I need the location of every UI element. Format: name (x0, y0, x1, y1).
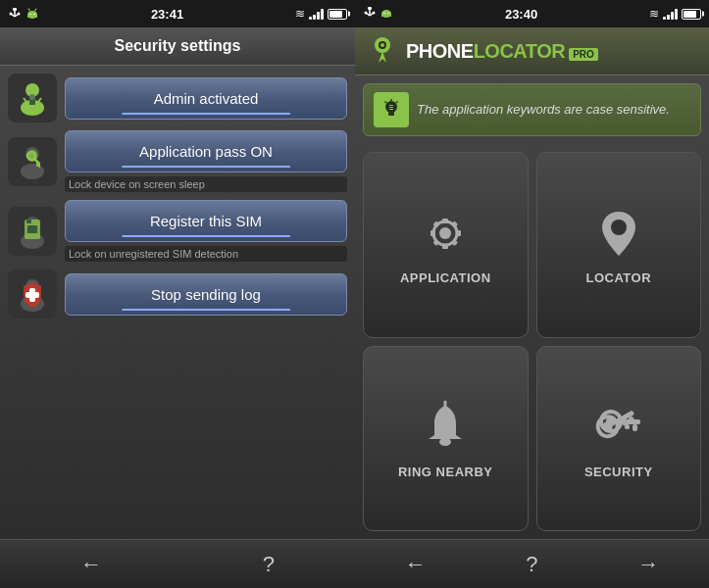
svg-point-5 (18, 13, 21, 16)
log-icon-svg (13, 274, 52, 314)
svg-rect-72 (633, 424, 637, 431)
svg-rect-33 (25, 292, 39, 298)
svg-rect-61 (456, 230, 461, 236)
svg-rect-53 (389, 105, 393, 106)
sim-sublabel: Lock on unregistered SIM detection (65, 246, 347, 262)
status-time-right: 23:40 (505, 7, 537, 22)
lightbulb-icon (380, 98, 403, 122)
svg-line-16 (24, 98, 26, 102)
admin-icon (8, 74, 57, 122)
page-title: Security settings (0, 27, 355, 66)
svg-point-39 (373, 12, 376, 15)
left-panel: 23:41 ≋ Security settings (0, 0, 355, 588)
admin-content: Admin activated (65, 77, 347, 120)
log-button[interactable]: Stop sending log (65, 273, 347, 316)
locator-icon (589, 204, 648, 263)
sim-card-icon (13, 212, 52, 251)
signal-bars-right (663, 8, 678, 20)
status-time-left: 23:41 (151, 7, 183, 22)
phone-text: PHONE (406, 40, 474, 63)
svg-point-38 (365, 12, 368, 15)
app-logo-icon (367, 35, 398, 67)
svg-point-43 (387, 13, 389, 15)
status-right-icons-left: ≋ (295, 7, 347, 21)
svg-line-50 (385, 102, 387, 104)
apppass-row: Application pass ON Lock device on scree… (8, 130, 347, 192)
bell-icon (421, 400, 470, 454)
usb-icon-right (363, 6, 377, 20)
svg-rect-60 (430, 230, 435, 236)
sim-button[interactable]: Register this SIM (65, 200, 347, 242)
status-icons-left (8, 7, 39, 21)
notice-icon (374, 92, 409, 127)
svg-rect-34 (368, 7, 372, 10)
log-content: Stop sending log (65, 273, 347, 316)
security-button[interactable]: SECURITY (536, 346, 702, 532)
svg-point-4 (10, 13, 13, 16)
svg-point-19 (21, 164, 44, 179)
android-icon-right (380, 6, 393, 20)
app-header: PHONE LOCATOR PRO (355, 27, 709, 75)
key-icon (13, 142, 52, 181)
apppass-content: Application pass ON Lock device on scree… (65, 130, 347, 192)
svg-point-8 (29, 14, 31, 16)
svg-point-15 (29, 94, 35, 100)
apppass-button[interactable]: Application pass ON (65, 130, 347, 172)
svg-line-51 (396, 102, 398, 104)
status-right-icons-right: ≋ (649, 7, 701, 21)
battery-icon-right (682, 9, 701, 20)
bottom-nav-right: ← ? → (355, 539, 709, 588)
settings-list: Admin activated Application pass ON (0, 66, 355, 539)
svg-rect-48 (388, 112, 394, 116)
apppass-icon (8, 137, 57, 186)
locator-button[interactable]: LOCATOR (536, 152, 702, 338)
ringnearby-icon (416, 398, 475, 457)
notice-text: The application keywords are case sensit… (417, 102, 670, 119)
wifi-icon-right: ≋ (649, 7, 659, 21)
svg-rect-59 (442, 244, 448, 249)
log-row: Stop sending log (8, 270, 347, 318)
application-button[interactable]: APPLICATION (363, 152, 529, 338)
svg-rect-41 (381, 13, 391, 17)
svg-line-11 (35, 9, 37, 11)
back-button-left[interactable]: ← (61, 544, 122, 585)
right-panel: 23:40 ≋ PHONE LOCATOR PRO (355, 0, 709, 588)
sim-row: Register this SIM Lock on unregistered S… (8, 200, 347, 262)
security-icon (589, 398, 648, 457)
usb-icon (8, 7, 22, 21)
status-bar-left: 23:41 ≋ (0, 0, 355, 27)
locator-label: LOCATOR (585, 270, 651, 285)
admin-row: Admin activated (8, 74, 347, 122)
gear-icon (419, 207, 473, 261)
apppass-sublabel: Lock device on screen sleep (65, 176, 347, 192)
svg-rect-55 (389, 109, 393, 110)
back-button-right[interactable]: ← (385, 544, 446, 585)
svg-point-9 (33, 14, 35, 16)
security-label: SECURITY (584, 465, 653, 479)
svg-rect-29 (26, 220, 31, 223)
svg-point-67 (439, 438, 451, 446)
help-button-left[interactable]: ? (243, 544, 294, 585)
admin-button[interactable]: Admin activated (65, 77, 347, 120)
keyword-notice: The application keywords are case sensit… (363, 83, 701, 136)
android-icon (25, 7, 39, 21)
svg-rect-58 (442, 219, 448, 223)
status-icons-right (363, 6, 393, 22)
app-name: PHONE LOCATOR PRO (406, 40, 598, 63)
wifi-icon: ≋ (295, 7, 305, 21)
svg-rect-28 (27, 225, 37, 233)
pin-icon (594, 207, 643, 261)
admin-figure-icon (13, 78, 52, 118)
battery-icon (328, 9, 347, 20)
signal-bars (309, 8, 324, 20)
svg-rect-65 (451, 239, 458, 246)
help-button-right[interactable]: ? (506, 544, 557, 585)
svg-line-17 (38, 98, 41, 102)
ringnearby-label: RING NEARBY (398, 465, 493, 479)
svg-rect-54 (389, 107, 393, 108)
locator-text: LOCATOR (474, 40, 566, 63)
ringnearby-button[interactable]: RING NEARBY (363, 346, 529, 532)
svg-point-66 (611, 220, 627, 235)
sim-content: Register this SIM Lock on unregistered S… (65, 200, 347, 262)
forward-button-right[interactable]: → (618, 544, 679, 585)
